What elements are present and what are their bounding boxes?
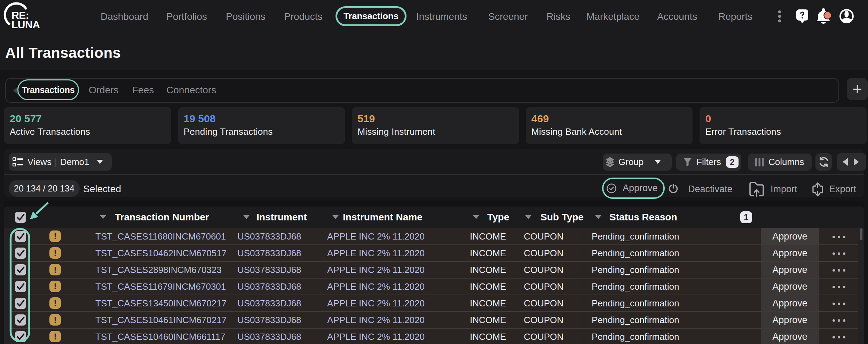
svg-text:LUNA: LUNA xyxy=(11,19,40,30)
